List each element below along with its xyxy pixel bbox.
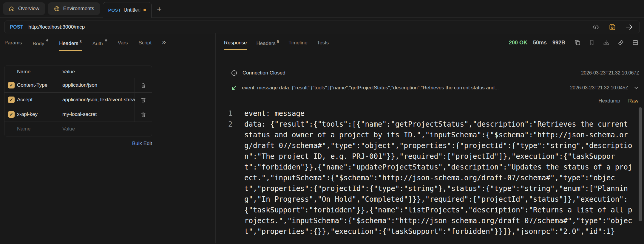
header-value[interactable]: my-local-secret xyxy=(58,107,135,122)
line-number: 1 xyxy=(216,108,244,119)
event-row-message[interactable]: event: message data: {"result":{"tools":… xyxy=(216,80,644,95)
tab-timeline[interactable]: Timeline xyxy=(288,35,308,50)
headers-table-header: Name Value xyxy=(4,66,152,78)
new-tab-button[interactable]: + xyxy=(157,5,162,13)
download-icon[interactable] xyxy=(603,39,610,46)
main-split: Params Body Headers3 Auth Vars Script » … xyxy=(0,33,644,243)
event-list: Connection Closed 2026-03-23T21:32:10.06… xyxy=(216,66,644,95)
url-bar[interactable]: POST http://localhost:3000/mcp xyxy=(4,21,640,33)
tab-overview-label: Overview xyxy=(18,6,39,12)
headers-table: Name Value ✓ Content-Type application/js… xyxy=(4,66,152,136)
response-pane: Response Headers6 Timeline Tests 200 OK … xyxy=(216,33,644,243)
received-arrow-icon xyxy=(231,85,237,91)
home-icon xyxy=(9,6,15,12)
header-value[interactable]: application/json, text/event-stream xyxy=(58,93,135,107)
header-name[interactable]: Content-Type xyxy=(17,82,47,88)
line-number: 2 xyxy=(216,119,244,130)
tab-environments-label: Environments xyxy=(63,6,94,12)
raw-toggle[interactable]: Raw xyxy=(628,98,638,104)
tab-auth[interactable]: Auth xyxy=(92,34,107,51)
url-bar-row: POST http://localhost:3000/mcp xyxy=(0,18,644,33)
vertical-scrollbar-thumb[interactable] xyxy=(639,107,642,221)
globe-icon xyxy=(54,6,60,12)
event-timestamp: 2026-03-23T21:32:10.067Z xyxy=(581,70,639,76)
header-value[interactable]: application/json xyxy=(58,78,135,92)
response-duration: 50ms xyxy=(533,40,547,46)
tabs-overflow-button[interactable]: » xyxy=(162,38,166,47)
response-body-viewer[interactable]: 1 event: message 2 data: {"result":{"too… xyxy=(216,107,644,237)
send-request-icon[interactable] xyxy=(625,23,634,31)
header-row-content-type: ✓ Content-Type application/json xyxy=(4,78,152,92)
bookmark-icon[interactable] xyxy=(589,39,595,46)
code-line: 1 event: message xyxy=(216,108,644,119)
header-row-x-api-key: ✓ x-api-key my-local-secret xyxy=(4,107,152,122)
delete-header-icon[interactable] xyxy=(140,111,146,118)
status-code: 200 OK xyxy=(509,40,527,46)
header-row-accept: ✓ Accept application/json, text/event-st… xyxy=(4,92,152,107)
delete-header-icon[interactable] xyxy=(140,97,146,103)
layout-split-icon[interactable] xyxy=(632,39,639,46)
tab-request-label: Untitled xyxy=(123,7,141,13)
tab-script[interactable]: Script xyxy=(138,35,152,50)
body-config-dot xyxy=(46,39,48,41)
event-preview-text: event: message data: {"result":{"tools":… xyxy=(242,85,565,91)
response-action-icons xyxy=(574,39,639,46)
request-tabs: Params Body Headers3 Auth Vars Script » xyxy=(0,33,215,52)
window-tab-bar: Overview Environments POST Untitled + xyxy=(0,0,644,18)
line-text: data: {"result":{"tools":[{"name":"getPr… xyxy=(244,119,634,237)
tab-vars[interactable]: Vars xyxy=(118,35,128,50)
event-timestamp: 2026-03-23T21:32:10.045Z xyxy=(570,85,628,91)
header-enabled-checkbox[interactable]: ✓ xyxy=(8,111,15,118)
new-header-value-input[interactable] xyxy=(62,126,135,132)
header-name[interactable]: x-api-key xyxy=(17,111,38,117)
bulk-edit-container: Bulk Edit xyxy=(4,141,152,147)
event-row-connection-closed[interactable]: Connection Closed 2026-03-23T21:32:10.06… xyxy=(216,66,644,80)
url-method-label: POST xyxy=(10,24,23,30)
request-pane: Params Body Headers3 Auth Vars Script » … xyxy=(0,33,216,243)
save-icon[interactable] xyxy=(609,23,616,31)
header-enabled-checkbox[interactable]: ✓ xyxy=(8,82,15,88)
tab-response-headers[interactable]: Headers6 xyxy=(256,34,279,51)
header-name[interactable]: Accept xyxy=(17,97,33,103)
header-enabled-checkbox[interactable]: ✓ xyxy=(8,97,15,103)
code-line: 2 data: {"result":{"tools":[{"name":"get… xyxy=(216,119,644,237)
bulk-edit-link[interactable]: Bulk Edit xyxy=(132,141,152,146)
tab-request-active[interactable]: POST Untitled xyxy=(103,2,152,18)
hexdump-toggle[interactable]: Hexdump xyxy=(598,98,620,104)
line-text: event: message xyxy=(244,108,634,119)
response-size: 992B xyxy=(552,40,565,46)
tab-headers[interactable]: Headers3 xyxy=(59,34,82,51)
tab-overview[interactable]: Overview xyxy=(3,2,45,15)
code-snippet-icon[interactable] xyxy=(592,24,600,31)
response-status-group: 200 OK 50ms 992B xyxy=(509,39,644,46)
url-bar-actions xyxy=(592,23,634,31)
delete-header-icon[interactable] xyxy=(140,82,146,88)
copy-icon[interactable] xyxy=(574,39,581,46)
response-headers-count-badge: 6 xyxy=(277,39,279,44)
column-header-name: Name xyxy=(4,66,58,78)
url-input[interactable]: http://localhost:3000/mcp xyxy=(28,24,592,30)
response-tabs: Response Headers6 Timeline Tests 200 OK … xyxy=(216,33,644,52)
tab-params[interactable]: Params xyxy=(4,35,22,50)
tab-tests[interactable]: Tests xyxy=(317,35,329,50)
auth-config-dot xyxy=(105,39,107,41)
header-row-new xyxy=(4,122,152,136)
unsaved-changes-dot xyxy=(143,9,146,11)
event-label: Connection Closed xyxy=(243,70,285,76)
eraser-icon[interactable] xyxy=(617,39,624,46)
tab-environments[interactable]: Environments xyxy=(48,2,100,15)
body-view-toggle: Hexdump Raw xyxy=(216,95,644,107)
chevron-down-icon[interactable] xyxy=(633,85,639,91)
column-header-value: Value xyxy=(58,66,135,78)
new-header-name-input[interactable] xyxy=(17,126,58,132)
tab-response[interactable]: Response xyxy=(224,35,247,50)
headers-count-badge: 3 xyxy=(80,39,82,44)
request-method-badge: POST xyxy=(108,7,121,13)
tab-body[interactable]: Body xyxy=(33,34,49,51)
info-icon xyxy=(231,70,237,76)
